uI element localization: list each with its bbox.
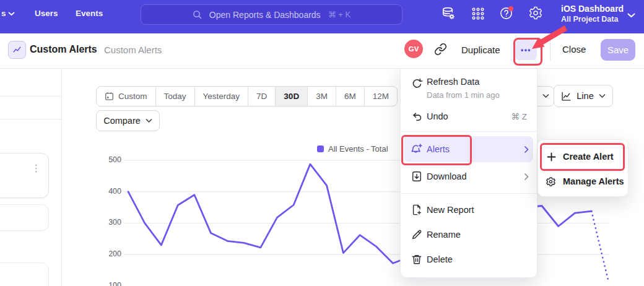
menu-item-label: New Report [427, 205, 474, 215]
project-name: iOS Dashboard [561, 4, 624, 14]
legend-label: All Events - Total [328, 144, 388, 154]
bell-plus-icon [411, 144, 423, 155]
range-yesterday[interactable]: Yesterday [194, 87, 248, 106]
menu-item-label: Undo [427, 111, 448, 121]
range-12m[interactable]: 12M [364, 87, 397, 106]
date-range-control: CustomTodayYesterday7D30D3M6M12M [96, 86, 398, 106]
chevron-down-icon [542, 94, 549, 98]
range-today[interactable]: Today [155, 87, 194, 106]
page-title: Custom Alerts [30, 44, 97, 55]
compare-button[interactable]: Compare [96, 110, 160, 131]
menu-item-label: Refresh Data [427, 77, 479, 87]
submenu-item-create-alert[interactable]: Create Alert [538, 145, 628, 169]
search-placeholder: Open Reports & Dashboards [209, 10, 321, 20]
apps-grid-icon[interactable] [471, 6, 485, 21]
data-management-icon[interactable] [441, 6, 456, 21]
menu-item-label: Delete [427, 254, 453, 264]
chevron-down-icon [146, 119, 152, 123]
avatar[interactable]: GV [404, 40, 423, 58]
range-custom[interactable]: Custom [97, 87, 155, 106]
nav-item-events[interactable]: Events [76, 9, 103, 18]
y-axis-label: 400 [94, 187, 121, 196]
project-scope: All Project Data [561, 15, 618, 24]
menu-item-download[interactable]: Download [401, 163, 537, 189]
line-chart-icon [561, 91, 572, 102]
range-3m[interactable]: 3M [307, 87, 336, 106]
compare-label: Compare [103, 116, 141, 126]
search-shortcut: ⌘ + K [328, 10, 351, 19]
menu-item-subtitle: Data from 1 min ago [427, 90, 500, 100]
duplicate-button[interactable]: Duplicate [461, 45, 500, 55]
submenu-item-label: Create Alert [563, 152, 614, 162]
more-options-menu: Refresh Data Data from 1 min ago Undo ⌘ … [400, 65, 537, 278]
menu-item-delete[interactable]: Delete [401, 247, 537, 272]
search-input[interactable]: Open Reports & Dashboards ⌘ + K [141, 4, 402, 25]
menu-divider [401, 193, 537, 194]
rail-separator [0, 119, 61, 119]
chevron-right-icon [524, 173, 529, 180]
help-icon[interactable] [499, 6, 514, 20]
top-nav: s Users Events Open Reports & Dashboards… [0, 0, 644, 33]
menu-item-alerts[interactable]: Alerts [401, 136, 537, 162]
calendar-icon [105, 92, 114, 101]
query-card[interactable] [0, 204, 49, 231]
y-axis-label: 300 [94, 218, 121, 227]
nav-item-users[interactable]: Users [35, 9, 58, 18]
chart-type-button[interactable]: Line [554, 85, 613, 107]
y-axis-label: 100 [94, 281, 121, 286]
legend-swatch-icon [317, 145, 324, 152]
menu-item-rename[interactable]: Rename [401, 222, 537, 247]
nav-item-partial[interactable]: s [1, 9, 6, 18]
y-axis-label: 200 [94, 249, 121, 258]
kebab-menu-icon[interactable]: ⋮ [32, 163, 41, 173]
chart-line-dotted [591, 211, 608, 280]
menu-item-undo[interactable]: Undo ⌘ Z [401, 104, 537, 129]
chart-legend[interactable]: All Events - Total [317, 144, 388, 154]
plus-icon [547, 152, 556, 162]
range-7d[interactable]: 7D [248, 87, 275, 106]
pencil-icon [411, 229, 423, 240]
rail-separator [0, 96, 61, 97]
query-card[interactable]: ⋮ [0, 153, 49, 198]
copy-link-icon[interactable] [434, 43, 447, 56]
chevron-down-icon [599, 94, 606, 98]
alerts-submenu: Create Alert Manage Alerts [537, 139, 629, 197]
menu-item-refresh-data[interactable]: Refresh Data Data from 1 min ago [401, 71, 537, 103]
undo-icon [411, 111, 423, 123]
menu-item-label: Rename [427, 230, 461, 240]
search-icon [193, 10, 202, 19]
save-button[interactable]: Save [601, 39, 635, 61]
gear-icon [546, 176, 556, 187]
toolbar-divider [550, 40, 550, 61]
menu-divider [401, 131, 537, 132]
chevron-down-icon [627, 13, 635, 18]
menu-item-highlight [404, 136, 533, 162]
download-icon [411, 171, 423, 182]
menu-item-label: Download [427, 171, 467, 181]
chevron-right-icon [524, 146, 529, 153]
menu-item-label: Alerts [427, 144, 450, 154]
menu-item-new-report[interactable]: New Report [401, 197, 537, 222]
ellipsis-icon: ••• [521, 46, 531, 54]
trash-icon [411, 254, 423, 265]
new-report-icon [411, 204, 423, 215]
submenu-item-manage-alerts[interactable]: Manage Alerts [538, 170, 628, 194]
query-card[interactable] [0, 262, 49, 286]
range-6m[interactable]: 6M [336, 87, 364, 106]
chart-type-label: Line [577, 91, 593, 101]
settings-gear-icon[interactable] [528, 6, 543, 20]
shortcut-hint: ⌘ Z [511, 111, 528, 121]
y-axis-label: 500 [94, 155, 121, 164]
breadcrumb: Custom Alerts [104, 45, 162, 55]
report-chart-icon [8, 41, 26, 59]
more-options-button[interactable]: ••• [515, 40, 537, 60]
refresh-icon [411, 78, 423, 90]
range-30d[interactable]: 30D [275, 87, 307, 106]
chevron-down-icon [8, 12, 15, 16]
submenu-item-label: Manage Alerts [563, 176, 624, 186]
close-button[interactable]: Close [562, 44, 586, 54]
report-toolbar: Custom Alerts Custom Alerts GV Duplicate… [0, 33, 644, 69]
